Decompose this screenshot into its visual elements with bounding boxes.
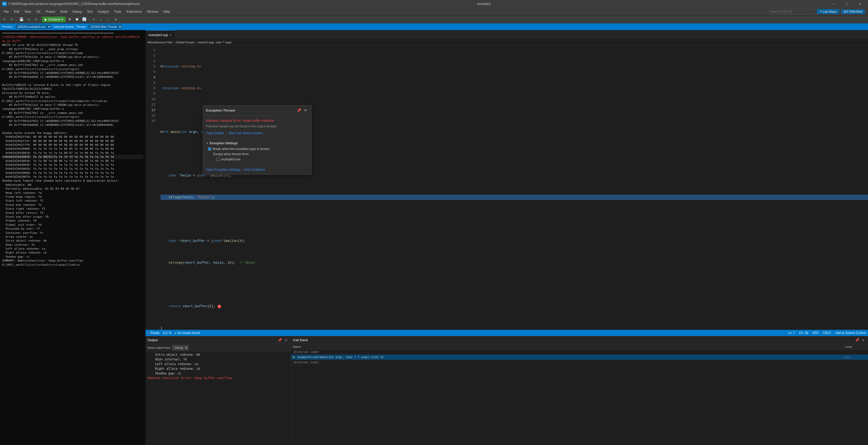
breadcrumb-scope[interactable]: (Global Scope) (176, 41, 194, 44)
terminal-shadow-3: 0x042d29d30000: fa fa fd fd fa fa 00 05 … (2, 147, 144, 151)
line-num-14: 14 (147, 118, 157, 124)
step-into-button[interactable]: ↓ (98, 16, 104, 22)
callstack-col-name: Name (293, 345, 845, 348)
spc-status[interactable]: SPC (812, 331, 819, 335)
thread-select[interactable]: [22392] Main Thread (88, 24, 122, 29)
tab-label: example3.cpp (149, 33, 168, 37)
redo-button[interactable]: ↪ (32, 16, 39, 22)
crlf-status[interactable]: CRLF (823, 331, 831, 335)
toolbar: ⬅ ➡ 💾 ↩ ↪ ▶ Continue ▾ ⏸ ⏹ 🔄 ↷ ↓ ↑ ↺ (0, 15, 868, 23)
menu-edit[interactable]: Edit (11, 9, 22, 14)
exception-pin-button[interactable]: 📌 (296, 107, 302, 113)
example-exe-checkbox[interactable] (216, 158, 220, 161)
live-share-label: Live Share (823, 10, 837, 13)
menu-project[interactable]: Project (43, 9, 58, 14)
live-share-button[interactable]: ↗ Live Share (817, 9, 839, 14)
status-right: Ln: 7 Ch: 28 SPC CRLF Add to Source Cont… (788, 331, 866, 335)
ch-label: Ch: 28 (799, 331, 808, 335)
stop-button[interactable]: ⏹ (73, 16, 80, 22)
terminal-shadow-2: 0x042d29d2fff0: 00 00 00 00 00 00 00 00 … (2, 143, 144, 147)
callstack-row-1[interactable]: ▶ example3.exe!main(int argc, char * * a… (291, 355, 868, 360)
continue-button[interactable]: ▶ Continue ▾ (42, 16, 66, 22)
minimize-button[interactable]: ─ (828, 0, 840, 8)
line-num-8: 8 (147, 85, 157, 91)
tab-close-button[interactable]: × (169, 33, 172, 37)
output-source-select[interactable]: Debug (172, 345, 189, 350)
maximize-button[interactable]: □ (841, 0, 853, 8)
menu-debug[interactable]: Debug (70, 9, 84, 14)
terminal-frame-2: #2 0x7ff77b4278a7 in __scrt_common_main_… (2, 63, 144, 71)
edit-conditions-link[interactable]: Edit Conditions (244, 168, 265, 172)
step-back-button[interactable]: ↺ (112, 16, 119, 22)
ch-status[interactable]: Ch: 28 (799, 331, 808, 335)
line-num-2: 2 (147, 53, 157, 58)
terminal-error-line: ==28224==ERROR: AddressSanitizer: heap-b… (2, 35, 144, 43)
menu-tools[interactable]: Tools (112, 9, 124, 14)
breadcrumb-func[interactable]: main(int argc, char ** argv) (198, 41, 232, 44)
menu-git[interactable]: Git (34, 9, 43, 14)
tab-example3[interactable]: example3.cpp × (146, 30, 175, 39)
process-select[interactable]: [28224] example3.exe (15, 24, 52, 29)
zoom-status[interactable]: 111 % (163, 331, 172, 335)
menu-bar: File Edit View Git Project Build Debug T… (0, 8, 868, 15)
menu-help[interactable]: Help (161, 9, 173, 14)
line-num-6: 6 (147, 75, 157, 80)
forward-button[interactable]: ➡ (8, 16, 15, 22)
callstack-row-1-lang: C++ (845, 356, 866, 359)
menu-window[interactable]: Window (145, 9, 161, 14)
code-content[interactable]: ⊟#include <string.h> #include <stdlib.h>… (158, 45, 868, 330)
menu-build[interactable]: Build (58, 9, 70, 14)
menu-file[interactable]: File (1, 9, 11, 14)
terminal-legend-right-alloca: Right alloca redzone: cb (2, 251, 144, 254)
callstack-row-2[interactable]: [External Code] (291, 360, 868, 365)
copy-details-link[interactable]: Copy Details (206, 131, 224, 135)
callstack-row-0-name: [External Code] (293, 350, 845, 354)
output-pin-button[interactable]: 📌 (277, 338, 282, 343)
toolbar-separator-2 (40, 17, 41, 22)
callstack-row-0[interactable]: [External Code] (291, 349, 868, 355)
error-indicator: ✕ (217, 305, 221, 308)
pause-button[interactable]: ⏸ (66, 16, 73, 22)
issues-status[interactable]: ● No issues found (175, 331, 200, 335)
callstack-close-button[interactable]: ✕ (861, 338, 866, 343)
add-source-control[interactable]: Add to Source Control (835, 331, 866, 335)
output-line-intra: Intra object redzone: bb (148, 352, 289, 357)
callstack-panel-title: Call Stack (293, 338, 308, 342)
ln-label: Ln: 7 (788, 331, 795, 335)
terminal-legend-heap-left: Heap left redzone: fa (2, 191, 144, 195)
break-when-checkbox[interactable]: ✓ (208, 147, 211, 150)
callstack-pin-button[interactable]: 📌 (855, 338, 860, 343)
restart-button[interactable]: 🔄 (81, 16, 88, 22)
menu-test[interactable]: Test (85, 9, 95, 14)
breadcrumb-files[interactable]: Miscellaneous Files (148, 41, 173, 44)
breadcrumb-sep-1: › (174, 41, 175, 44)
terminal-shadow-0: 0x042d29d2ffe0: 00 00 00 00 00 00 00 00 … (2, 135, 144, 139)
close-button[interactable]: ✕ (854, 0, 866, 8)
menu-extensions[interactable]: Extensions (124, 9, 145, 14)
output-line-left-alloca: Left alloca redzone: ca (148, 362, 289, 366)
int-preview-button[interactable]: INT PREVIEW (841, 9, 865, 14)
save-button[interactable]: 💾 (18, 16, 25, 22)
terminal-shadow-title: Shadow bytes around the buggy address: (2, 131, 144, 135)
vscode-icon: VS (2, 2, 7, 6)
terminal-legend-stack-mid: Stack mid redzone: f2 (2, 203, 144, 207)
back-button[interactable]: ⬅ (1, 16, 8, 22)
terminal-shadow-4: 0x042d29d30010: fa fa fa fa fa fa 00 07 … (2, 151, 144, 155)
menu-view[interactable]: View (22, 9, 34, 14)
step-over-button[interactable]: ↷ (90, 16, 97, 22)
search-input[interactable] (768, 9, 815, 14)
menu-analyze[interactable]: Analyze (95, 9, 112, 14)
top-right-area: ↗ Live Share INT PREVIEW (768, 9, 867, 14)
title-bar: VS C:\MSDN\cpp-docs-pr\docs\c-language\A… (0, 0, 868, 8)
code-editor: 1 2 3 4 5 6 7 8 9 10 11 12 13 14 ⊟#inclu… (146, 45, 868, 330)
start-live-share-link[interactable]: Start Live Share session... (229, 131, 265, 135)
undo-button[interactable]: ↩ (25, 16, 32, 22)
exception-close-button[interactable]: ✕ (303, 107, 308, 113)
ln-status[interactable]: Ln: 7 (788, 331, 795, 335)
step-out-button[interactable]: ↑ (105, 16, 112, 22)
line-num-3: 3 (147, 58, 157, 64)
terminal-frame-0: #0 0x7ff77b412dca in __asan_wrap_strncpy… (2, 47, 144, 55)
output-close-button[interactable]: ✕ (283, 338, 289, 343)
example-exe-label: example3.exe (221, 158, 241, 161)
open-exception-settings-link[interactable]: Open Exception Settings (206, 168, 240, 172)
